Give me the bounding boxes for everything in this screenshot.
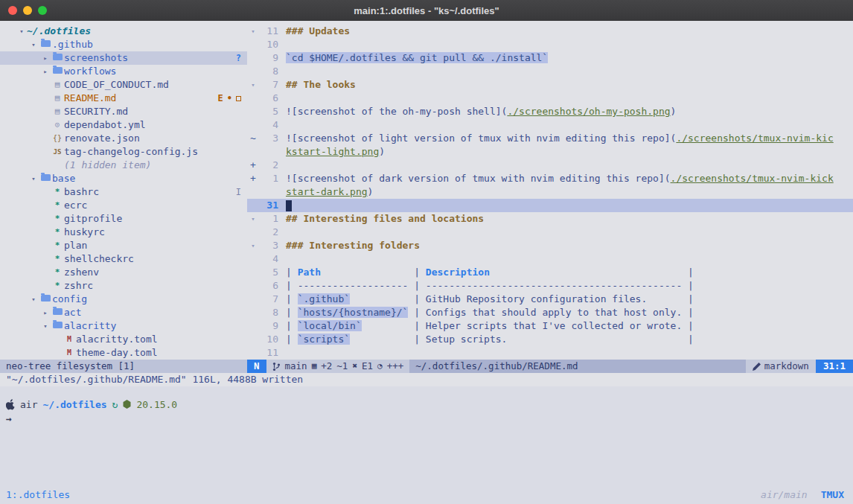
editor-line[interactable]: 4 [247, 118, 853, 132]
tree-item-github[interactable]: ▾.github [0, 38, 247, 51]
editor-line[interactable]: 9| `local/bin` | Helper scripts that I'v… [247, 319, 853, 333]
folder-icon [39, 38, 52, 51]
editor-line[interactable]: 4 [247, 252, 853, 266]
tree-item-shellcheckrc[interactable]: *shellcheckrc [0, 252, 247, 266]
tree-item-dotfiles[interactable]: ▾~/.dotfiles [0, 25, 247, 38]
fold-column [247, 333, 259, 346]
tree-item-config[interactable]: ▾config [0, 293, 247, 306]
tree-item-zshenv[interactable]: *zshenv [0, 266, 247, 279]
tmux-window[interactable]: 1:.dotfiles [6, 489, 70, 500]
json-file-icon: {} [51, 132, 64, 145]
editor-line[interactable]: 31 [247, 199, 853, 212]
editor-line[interactable]: ▾1## Interesting files and locations [247, 212, 853, 226]
fold-column [247, 185, 259, 199]
tree-item-huskyrc[interactable]: *huskyrc [0, 226, 247, 239]
tree-item-bashrc[interactable]: *bashrcI [0, 185, 247, 199]
tree-item-gitprofile[interactable]: *gitprofile [0, 212, 247, 226]
line-text: `cd $HOME/.dotfiles && git pull && ./ins… [278, 51, 548, 65]
line-text: | Path | Description | [278, 266, 694, 279]
editor-line[interactable]: kstart-light.png) [247, 145, 853, 159]
editor-line[interactable]: 2 [247, 226, 853, 239]
editor-line[interactable]: 8| `hosts/{hostname}/` | Configs that sh… [247, 306, 853, 319]
line-number: 8 [259, 65, 278, 78]
line-number [259, 185, 278, 199]
editor-line[interactable]: 6| ------------------- | ---------------… [247, 279, 853, 293]
editor-line[interactable]: 6 [247, 92, 853, 105]
tree-item-screenshots[interactable]: ▸screenshots? [0, 51, 247, 65]
tree-item-label: dependabot.yml [64, 118, 146, 132]
editor-line[interactable]: ~3![screenshot of light version of tmux … [247, 132, 853, 145]
tree-item-theme-day-toml[interactable]: Mtheme-day.toml [0, 346, 247, 360]
tree-item-base[interactable]: ▾base [0, 172, 247, 185]
tree-item-tag-changelog-config-js[interactable]: JStag-changelog-config.js [0, 145, 247, 159]
tree-item-workflows[interactable]: ▸workflows [0, 65, 247, 78]
tree-item-renovate-json[interactable]: {}renovate.json [0, 132, 247, 145]
tree-item-zshrc[interactable]: *zshrc [0, 279, 247, 293]
tree-item-ecrc[interactable]: *ecrc [0, 199, 247, 212]
line-text [278, 226, 286, 239]
tree-item-plan[interactable]: *plan [0, 239, 247, 252]
tree-item-label: shellcheckrc [64, 252, 134, 266]
tree-item-label: screenshots [64, 51, 128, 65]
editor-line[interactable]: start-dark.png) [247, 185, 853, 199]
git-status-mark: ? [236, 51, 241, 65]
git-branch: main [285, 360, 307, 373]
cursor-block [286, 200, 292, 211]
chevron-down-icon[interactable]: ▾ [40, 319, 51, 333]
zoom-button[interactable] [38, 6, 47, 15]
line-text: ![screenshot of light version of tmux wi… [278, 132, 834, 145]
chevron-right-icon[interactable]: ▸ [40, 51, 51, 65]
tree-item-alacritty[interactable]: ▾alacritty [0, 319, 247, 333]
chevron-right-icon[interactable]: ▸ [40, 306, 51, 319]
fold-column [247, 319, 259, 333]
tree-item-act[interactable]: ▸act [0, 306, 247, 319]
file-path: ~/.dotfiles/.github/README.md [409, 360, 745, 373]
prompt-path: ~/.dotfiles [42, 399, 106, 410]
tree-item-alacritty-toml[interactable]: Malacritty.toml [0, 333, 247, 346]
editor-line[interactable]: 5![screenshot of the oh-my-posh shell](.… [247, 105, 853, 118]
editor-line[interactable]: 10 [247, 38, 853, 51]
shell-file-icon: * [51, 279, 64, 293]
editor-line[interactable]: +2 [247, 159, 853, 172]
prompt-arrow: → [6, 412, 853, 427]
chevron-fold-sign: ▾ [247, 25, 259, 38]
line-number: 9 [259, 51, 278, 65]
shell-file-icon: * [51, 252, 64, 266]
tree-item-code-of-conduct-md[interactable]: ▤CODE_OF_CONDUCT.md [0, 78, 247, 92]
chevron-right-icon[interactable]: ▸ [40, 65, 51, 78]
line-number: 4 [259, 118, 278, 132]
tree-item-readme-md[interactable]: ▤README.mdE• [0, 92, 247, 105]
fold-column [247, 199, 259, 212]
line-text: | `scripts` | Setup scripts. | [278, 333, 694, 346]
close-button[interactable] [8, 6, 17, 15]
fold-column [247, 226, 259, 239]
toml-file-icon: M [63, 346, 76, 360]
shell-pane[interactable]: air ~/.dotfiles ↻ 20.15.0 → [0, 386, 853, 485]
editor-line[interactable]: ▾11### Updates [247, 25, 853, 38]
tree-item-security-md[interactable]: ▤SECURITY.md [0, 105, 247, 118]
tree-item-dependabot-yml[interactable]: ⊙dependabot.yml [0, 118, 247, 132]
tree-item-label: (1 hidden item) [64, 159, 151, 172]
buffer-icon: ▦ [312, 360, 317, 373]
line-text: | `local/bin` | Helper scripts that I've… [278, 319, 694, 333]
editor-line[interactable]: +1![screenshot of dark version of tmux w… [247, 172, 853, 185]
file-tree: ▾~/.dotfiles▾.github▸screenshots?▸workfl… [0, 21, 247, 360]
editor-line[interactable]: ▾7## The looks [247, 78, 853, 92]
fold-column [247, 145, 259, 159]
chevron-down-icon[interactable]: ▾ [16, 25, 27, 38]
editor-line[interactable]: 8 [247, 65, 853, 78]
fold-column [247, 38, 259, 51]
editor-line[interactable]: ▾3### Interesting folders [247, 239, 853, 252]
editor-line[interactable]: 11 [247, 346, 853, 360]
minimize-button[interactable] [23, 6, 32, 15]
editor-line[interactable]: 9`cd $HOME/.dotfiles && git pull && ./in… [247, 51, 853, 65]
chevron-down-icon[interactable]: ▾ [28, 293, 39, 306]
tree-item-1-hidden-item[interactable]: (1 hidden item) [0, 159, 247, 172]
editor-buffer[interactable]: ▾11### Updates109`cd $HOME/.dotfiles && … [247, 21, 853, 360]
chevron-down-icon[interactable]: ▾ [28, 38, 39, 51]
editor-line[interactable]: 5| Path | Description | [247, 266, 853, 279]
tree-item-label: base [52, 172, 75, 185]
editor-line[interactable]: 10| `scripts` | Setup scripts. | [247, 333, 853, 346]
chevron-down-icon[interactable]: ▾ [28, 172, 39, 185]
editor-line[interactable]: 7| `.github` | GitHub Repository configu… [247, 293, 853, 306]
